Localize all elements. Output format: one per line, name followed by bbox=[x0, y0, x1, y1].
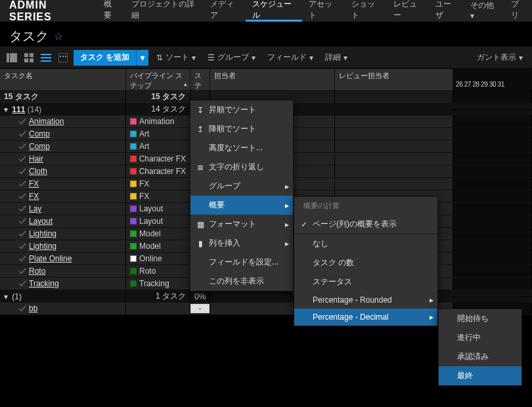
toolbar: タスク を追加 ▾ ⇅ ソート ▾ ☰ グループ ▾ フィールド ▾ 詳細 ▾ … bbox=[0, 47, 532, 69]
menu-item-label: 概要 bbox=[209, 200, 225, 211]
details-menu[interactable]: 詳細 ▾ bbox=[321, 49, 351, 66]
menu-item-label: 高度なソート... bbox=[209, 142, 263, 154]
chevron-right-icon: ▸ bbox=[285, 239, 289, 248]
view-list-icon[interactable] bbox=[5, 51, 18, 64]
menu-item[interactable]: ステータス bbox=[294, 272, 437, 291]
check-icon: ✓ bbox=[299, 220, 309, 229]
chevron-right-icon: ▸ bbox=[430, 312, 433, 322]
nav-tabs: 概要プロジェクトの詳細メディアスケジュールアセットショットレビューユーザその他 … bbox=[97, 0, 532, 22]
svg-rect-2 bbox=[24, 53, 28, 57]
svg-rect-9 bbox=[58, 53, 68, 62]
menu-item-icon: ▮ bbox=[196, 239, 205, 248]
col-assignee[interactable]: 担当者 bbox=[210, 69, 335, 90]
menu-item[interactable]: ▮列を挿入▸ bbox=[190, 234, 293, 253]
chevron-right-icon: ▸ bbox=[285, 201, 289, 210]
menu-item[interactable]: ↧昇順でソート bbox=[190, 100, 293, 119]
menu-item[interactable]: ▦フォーマット▸ bbox=[190, 215, 293, 234]
col-task[interactable]: タスク名 bbox=[0, 69, 126, 90]
menu-item[interactable]: 概要▸ bbox=[190, 196, 293, 215]
summary-submenu[interactable]: 概要の計算✓ページ(列)の概要を表示なしタスク の数ステータスPercentag… bbox=[294, 196, 438, 326]
column-context-menu[interactable]: ↧昇順でソート↥降順でソート高度なソート...≣文字の折り返しグループ▸概要▸▦… bbox=[190, 100, 294, 291]
nav-tab[interactable]: 概要 bbox=[97, 0, 125, 22]
menu-item-label: 列を挿入 bbox=[209, 238, 240, 249]
svg-rect-3 bbox=[30, 53, 33, 57]
nav-tab[interactable]: プロジェクトの詳細 bbox=[125, 0, 203, 22]
nav-tab[interactable]: ショット bbox=[345, 0, 387, 22]
sort-menu[interactable]: ⇅ ソート ▾ bbox=[152, 49, 200, 66]
gantt-date-header: 26 27 28 29 30 31 bbox=[453, 69, 532, 90]
col-status[interactable]: ステータス bbox=[190, 69, 210, 90]
svg-rect-7 bbox=[41, 57, 51, 58]
menu-item[interactable]: フィールドを設定... bbox=[190, 253, 293, 272]
menu-item[interactable]: Percentage - Decimal▸ bbox=[294, 309, 437, 326]
view-grid-icon[interactable] bbox=[22, 51, 35, 64]
gantt-view-menu[interactable]: ガント表示 ▾ bbox=[473, 49, 527, 66]
menu-item-label: Percentage - Rounded bbox=[313, 295, 392, 305]
menu-item[interactable]: 最終 bbox=[439, 366, 521, 385]
svg-rect-6 bbox=[41, 54, 51, 55]
menu-item-label: 昇順でソート bbox=[209, 104, 256, 116]
add-task-button[interactable]: タスク を追加 ▾ bbox=[74, 50, 148, 66]
sort-label: ソート bbox=[166, 52, 189, 63]
group-label: グループ bbox=[217, 52, 249, 63]
svg-rect-8 bbox=[41, 60, 51, 62]
fields-label: フィールド bbox=[267, 52, 307, 63]
col-pipeline-label: パイプライン ステップ bbox=[130, 72, 183, 89]
top-nav: ADMIN SERIES 概要プロジェクトの詳細メディアスケジュールアセットショ… bbox=[0, 0, 532, 22]
svg-rect-10 bbox=[60, 56, 61, 57]
favorite-star-icon[interactable]: ☆ bbox=[54, 30, 63, 43]
chevron-right-icon: ▸ bbox=[430, 295, 433, 305]
menu-item[interactable]: 進行中 bbox=[439, 328, 521, 347]
menu-item-label: なし bbox=[313, 238, 328, 249]
menu-item[interactable]: 高度なソート... bbox=[190, 139, 293, 158]
menu-item-icon: ▦ bbox=[196, 220, 205, 229]
col-reviewer[interactable]: レビュー担当者 bbox=[335, 69, 453, 90]
svg-rect-4 bbox=[24, 58, 28, 62]
nav-tab[interactable]: レビュー bbox=[387, 0, 429, 22]
menu-item[interactable]: なし bbox=[294, 234, 437, 253]
page-title: タスク bbox=[9, 28, 49, 45]
col-pipeline[interactable]: パイプライン ステップ ▴ bbox=[126, 69, 190, 90]
chevron-right-icon: ▸ bbox=[285, 220, 289, 229]
details-label: 詳細 bbox=[325, 52, 341, 63]
menu-item-label: 進行中 bbox=[457, 332, 481, 343]
gantt-view-label: ガント表示 bbox=[477, 52, 516, 63]
menu-item[interactable]: ≣文字の折り返し bbox=[190, 158, 293, 177]
add-task-dropdown[interactable]: ▾ bbox=[136, 50, 148, 66]
menu-item[interactable]: この列を非表示 bbox=[190, 272, 293, 291]
menu-item[interactable]: ✓ページ(列)の概要を表示 bbox=[294, 215, 437, 234]
group-row[interactable]: ▾ (1)1 タスク0% bbox=[0, 290, 532, 303]
menu-item-label: 最終 bbox=[457, 370, 473, 381]
menu-header: 概要の計算 bbox=[294, 197, 437, 215]
menu-item[interactable]: グループ▸ bbox=[190, 177, 293, 196]
menu-item-label: この列を非表示 bbox=[209, 276, 264, 287]
view-rows-icon[interactable] bbox=[39, 51, 53, 64]
menu-item-label: ページ(列)の概要を表示 bbox=[313, 219, 397, 230]
percentage-decimal-submenu[interactable]: 開始待ち進行中承認済み最終 bbox=[438, 309, 522, 386]
menu-item[interactable]: 開始待ち bbox=[439, 309, 521, 328]
brand-title: ADMIN SERIES bbox=[0, 0, 97, 23]
menu-item[interactable]: ↥降順でソート bbox=[190, 119, 293, 139]
nav-tab[interactable]: メディア bbox=[204, 0, 246, 22]
menu-item-icon: ≣ bbox=[196, 163, 205, 172]
menu-item[interactable]: タスク の数 bbox=[294, 253, 437, 272]
menu-item-icon: ↥ bbox=[196, 125, 205, 134]
menu-item-label: フィールドを設定... bbox=[209, 257, 278, 268]
fields-menu[interactable]: フィールド ▾ bbox=[263, 49, 317, 66]
menu-item-label: フォーマット bbox=[209, 219, 256, 230]
add-task-label: タスク を追加 bbox=[74, 52, 136, 63]
nav-tab[interactable]: スケジュール bbox=[246, 0, 302, 22]
menu-item-label: Percentage - Decimal bbox=[313, 312, 388, 322]
nav-tab[interactable]: プリ bbox=[504, 0, 532, 22]
menu-item[interactable]: 承認済み bbox=[439, 347, 521, 366]
sort-icon: ⇅ bbox=[156, 53, 163, 62]
nav-tab[interactable]: ユーザ bbox=[429, 0, 464, 22]
view-calendar-icon[interactable] bbox=[56, 51, 70, 64]
nav-tab[interactable]: アセット bbox=[302, 0, 344, 22]
nav-tab[interactable]: その他 ▾ bbox=[464, 0, 504, 22]
svg-rect-5 bbox=[30, 58, 33, 62]
menu-item-label: ステータス bbox=[313, 276, 352, 288]
menu-item[interactable]: Percentage - Rounded▸ bbox=[294, 291, 437, 309]
group-menu[interactable]: ☰ グループ ▾ bbox=[204, 49, 259, 66]
chevron-right-icon: ▸ bbox=[285, 182, 289, 191]
